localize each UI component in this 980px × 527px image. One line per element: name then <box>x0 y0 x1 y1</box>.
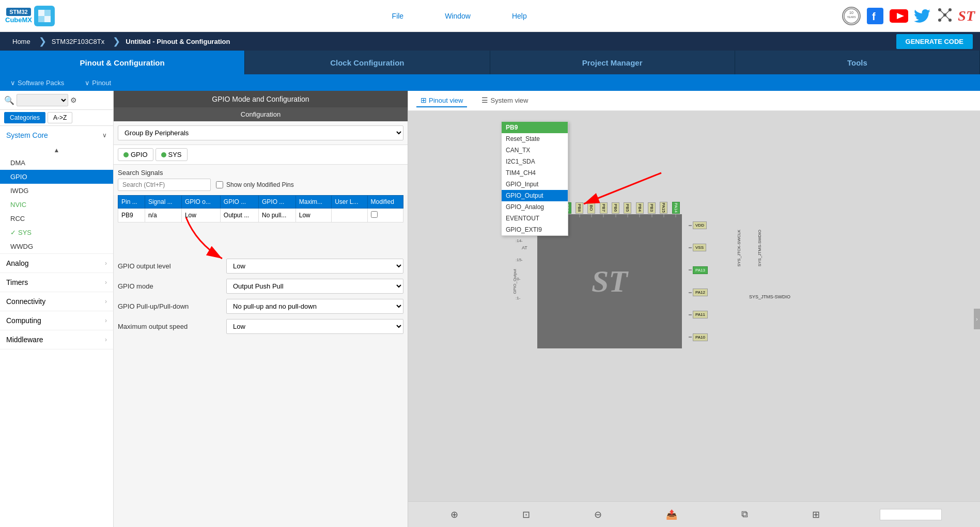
pinout-icon: ⊞ <box>421 96 427 104</box>
sub-tab-bar: ∨ Software Packs ∨ Pinout <box>0 74 980 91</box>
right-pin-pa11[interactable]: PA11 <box>693 311 708 318</box>
grid-button[interactable]: ⊞ <box>808 507 824 522</box>
bc-chip[interactable]: STM32F103C8Tx <box>46 35 113 49</box>
max-speed-select[interactable]: Low Medium High <box>226 319 403 334</box>
sub-tab-software-packs[interactable]: ∨ Software Packs <box>10 79 64 87</box>
sidebar-section-system-core: System Core ∨ ▲ DMA GPIO IWDG NVIC RCC ✓… <box>0 126 113 254</box>
right-pin-pa13[interactable]: PA13 <box>693 266 708 274</box>
sidebar-item-nvic[interactable]: NVIC <box>0 198 113 212</box>
connectivity-header[interactable]: Connectivity › <box>0 292 113 311</box>
tab-pinout-config[interactable]: Pinout & Configuration <box>0 51 245 74</box>
search-signals-input[interactable] <box>118 179 211 191</box>
sidebar-item-rcc[interactable]: RCC <box>0 212 113 226</box>
pin-line <box>579 214 580 217</box>
sub-tab-pinout[interactable]: ∨ Pinout <box>85 79 111 87</box>
frame-button[interactable]: ⊡ <box>518 507 534 522</box>
gpio-mode-select[interactable]: Output Push Pull Output Open Drain <box>226 279 403 294</box>
svg-line-19 <box>940 15 945 20</box>
gear-icon[interactable]: ⚙ <box>70 96 77 104</box>
system-core-header[interactable]: System Core ∨ <box>0 126 113 145</box>
tab-tools[interactable]: Tools <box>735 51 980 74</box>
pin-pb4[interactable]: PB4 <box>636 202 644 214</box>
dropdown-item-eventout[interactable]: EVENTOUT <box>502 213 568 224</box>
zoom-out-button[interactable]: ⊖ <box>590 507 606 522</box>
right-pin-vss[interactable]: VSS <box>693 244 706 251</box>
generate-code-button[interactable]: GENERATE CODE <box>896 34 973 49</box>
sys-jtms-label2: SYS_JTMS-SWDIO <box>749 294 790 299</box>
facebook-icon[interactable]: f <box>866 7 884 25</box>
menu-help[interactable]: Help <box>512 12 527 20</box>
tab-project-manager[interactable]: Project Manager <box>490 51 735 74</box>
dropdown-item-cantx[interactable]: CAN_TX <box>502 145 568 156</box>
dropdown-item-gpioinput[interactable]: GPIO_Input <box>502 179 568 190</box>
sidebar: 🔍 ⚙ Categories A->Z System Core ∨ ▲ DMA … <box>0 91 114 527</box>
timers-header[interactable]: Timers › <box>0 273 113 292</box>
output-level-select[interactable]: Low High <box>226 259 403 274</box>
pin-pb3[interactable]: PB3 <box>648 202 656 214</box>
sidebar-item-gpio[interactable]: GPIO <box>0 170 113 184</box>
bc-home[interactable]: Home <box>7 35 39 49</box>
tab-clock-config[interactable]: Clock Configuration <box>245 51 490 74</box>
menu-file[interactable]: File <box>392 12 404 20</box>
search-dropdown[interactable] <box>17 94 68 106</box>
dropdown-item-gpiooutput[interactable]: GPIO_Output <box>502 190 568 201</box>
categories-tab-btn[interactable]: Categories <box>4 112 45 123</box>
middleware-header[interactable]: Middleware › <box>0 330 113 349</box>
pin-pb6[interactable]: PB6 <box>612 202 619 214</box>
collapse-arrow-icon[interactable]: ▲ <box>0 145 113 156</box>
pin-line <box>689 269 692 270</box>
main-content: 🔍 ⚙ Categories A->Z System Core ∨ ▲ DMA … <box>0 91 980 527</box>
breadcrumb: Home ❯ STM32F103C8Tx ❯ Untitled - Pinout… <box>0 32 980 51</box>
layers-button[interactable]: ⧉ <box>737 507 752 522</box>
zoom-in-button[interactable]: ⊕ <box>446 507 462 522</box>
dropdown-item-reset[interactable]: Reset_State <box>502 133 568 145</box>
twitter-icon[interactable] <box>913 7 932 25</box>
dropdown-item-gpioanalog[interactable]: GPIO_Analog <box>502 201 568 213</box>
sidebar-item-iwdg[interactable]: IWDG <box>0 184 113 198</box>
chevron-right-icon6: › <box>976 316 977 322</box>
export-button[interactable]: 📤 <box>662 507 681 522</box>
collapse-right-panel[interactable]: › <box>974 309 980 329</box>
pull-select[interactable]: No pull-up and no pull-down Pull-up Pull… <box>226 299 403 314</box>
table-row[interactable]: PB9 n/a Low Output ... No pull... Low <box>118 209 403 222</box>
modified-pins-checkbox[interactable] <box>216 181 223 188</box>
pin-pb8[interactable]: PB8 <box>575 202 583 214</box>
right-pin-pa12[interactable]: PA12 <box>693 289 708 296</box>
dropdown-item-tim4[interactable]: TIM4_CH4 <box>502 167 568 179</box>
youtube-icon[interactable] <box>890 7 908 25</box>
pin-pa15[interactable]: PA15 <box>660 202 667 214</box>
sidebar-item-dma[interactable]: DMA <box>0 156 113 170</box>
atoz-tab-btn[interactable]: A->Z <box>48 112 72 123</box>
system-icon: ☰ <box>481 96 488 104</box>
tab-pinout-view[interactable]: ⊞ Pinout view <box>416 94 467 107</box>
right-pin-pa10[interactable]: PA10 <box>693 333 708 341</box>
computing-header[interactable]: Computing › <box>0 311 113 330</box>
modified-checkbox[interactable] <box>371 211 378 218</box>
svg-text:10: 10 <box>849 11 853 14</box>
sidebar-item-sys[interactable]: ✓ SYS <box>0 226 113 239</box>
chevron-right-icon4: › <box>105 317 107 324</box>
col-signal: Signal ... <box>145 196 181 209</box>
nav-menu: File Window Help <box>76 12 842 20</box>
analog-header[interactable]: Analog › <box>0 254 113 273</box>
sidebar-item-wwdg[interactable]: WWDG <box>0 239 113 253</box>
chevron-right-icon: › <box>105 260 107 267</box>
right-pins: VDD VSS PA13 PA12 <box>689 214 708 348</box>
dropdown-item-i2c1[interactable]: I2C1_SDA <box>502 156 568 167</box>
sys-jtms-label: SYS_JTMS-SWDIO <box>757 230 762 266</box>
pin-pa14[interactable]: PA14 <box>672 202 680 214</box>
dropdown-item-gpioexti9[interactable]: GPIO_EXTI9 <box>502 224 568 235</box>
group-by-select[interactable]: Group By Peripherals <box>118 125 403 140</box>
gpio-tab-gpio[interactable]: GPIO <box>118 148 153 161</box>
pin-bo[interactable]: BO <box>587 202 595 214</box>
pin-pb7[interactable]: PB7 <box>600 202 608 214</box>
pin-pb5[interactable]: PB5 <box>624 202 631 214</box>
search-chip-input[interactable] <box>880 509 942 520</box>
signal-table: Pin ... Signal ... GPIO o... GPIO ... GP… <box>118 195 403 222</box>
right-pin-vdd[interactable]: VDD <box>693 221 707 229</box>
tab-system-view[interactable]: ☰ System view <box>477 94 532 107</box>
menu-window[interactable]: Window <box>445 12 471 20</box>
gpio-tab-sys[interactable]: SYS <box>155 148 188 161</box>
col-modified: Modified <box>367 196 403 209</box>
search-icon: 🔍 <box>4 95 14 105</box>
